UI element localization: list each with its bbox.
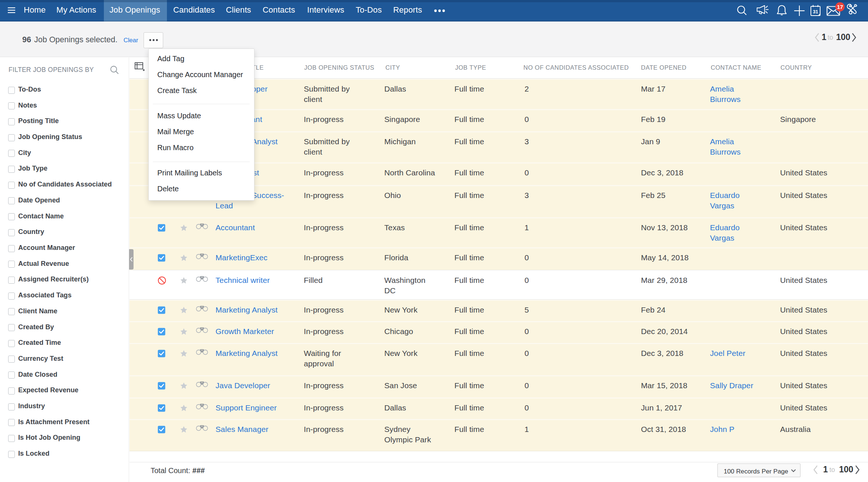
svg-text:31: 31: [813, 9, 818, 14]
